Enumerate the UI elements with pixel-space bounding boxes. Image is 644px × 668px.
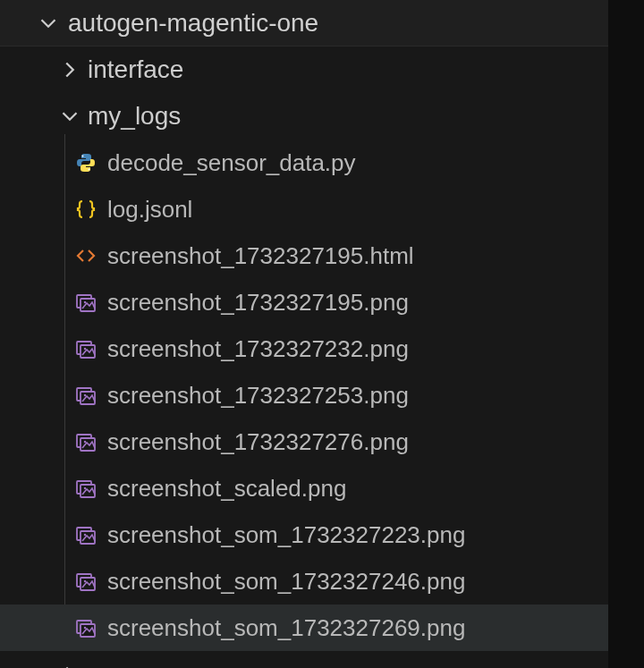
folder-interface[interactable]: interface — [0, 47, 608, 93]
file-item[interactable]: screenshot_1732327276.png — [0, 419, 608, 465]
image-file-icon — [73, 290, 98, 315]
file-label: screenshot_scaled.png — [107, 475, 346, 503]
image-file-icon — [73, 336, 98, 361]
root-label: autogen-magentic-one — [68, 9, 318, 38]
folder-mylogs[interactable]: my_logs — [0, 93, 608, 140]
svg-point-13 — [84, 441, 86, 443]
chevron-down-icon — [38, 13, 59, 34]
file-item[interactable]: screenshot_1732327195.html — [0, 233, 608, 279]
file-label: decode_sensor_data.py — [107, 149, 356, 177]
file-label: screenshot_som_1732327223.png — [107, 521, 465, 549]
file-item[interactable]: screenshot_som_1732327269.png — [0, 605, 608, 651]
file-label: screenshot_1732327195.html — [107, 242, 414, 270]
file-label: screenshot_1732327195.png — [107, 289, 409, 317]
svg-point-7 — [84, 348, 86, 350]
chevron-right-icon — [59, 59, 80, 80]
folder-label: interface — [88, 55, 183, 84]
python-file-icon — [73, 150, 98, 175]
image-file-icon — [73, 522, 98, 547]
file-item[interactable]: screenshot_som_1732327246.png — [0, 558, 608, 605]
root-folder[interactable]: autogen-magentic-one — [0, 0, 608, 47]
svg-point-0 — [82, 156, 84, 157]
file-label: screenshot_som_1732327246.png — [107, 568, 465, 596]
chevron-right-icon — [59, 664, 80, 668]
folder-src[interactable]: src — [0, 651, 608, 668]
svg-point-19 — [84, 534, 86, 536]
svg-point-1 — [89, 169, 90, 171]
chevron-down-icon — [59, 106, 80, 127]
image-file-icon — [73, 476, 98, 501]
file-label: log.jsonl — [107, 196, 192, 224]
svg-point-4 — [84, 301, 86, 303]
svg-point-25 — [84, 627, 86, 629]
file-item[interactable]: screenshot_1732327232.png — [0, 326, 608, 372]
svg-point-10 — [84, 394, 86, 396]
image-file-icon — [73, 429, 98, 454]
file-tree: autogen-magentic-one interface my_logs d… — [0, 0, 608, 668]
file-label: screenshot_som_1732327269.png — [107, 614, 465, 642]
scrollbar[interactable] — [608, 0, 644, 668]
image-file-icon — [73, 383, 98, 408]
file-label: screenshot_1732327232.png — [107, 335, 409, 363]
file-item[interactable]: decode_sensor_data.py — [0, 140, 608, 186]
file-label: screenshot_1732327276.png — [107, 428, 409, 456]
svg-point-22 — [84, 580, 86, 582]
file-item[interactable]: screenshot_som_1732327223.png — [0, 512, 608, 558]
svg-point-16 — [84, 487, 86, 489]
image-file-icon — [73, 569, 98, 594]
file-item[interactable]: log.jsonl — [0, 186, 608, 233]
file-label: screenshot_1732327253.png — [107, 382, 409, 410]
image-file-icon — [73, 615, 98, 640]
file-item[interactable]: screenshot_1732327195.png — [0, 279, 608, 326]
folder-label: my_logs — [88, 102, 181, 131]
json-file-icon — [73, 197, 98, 222]
folder-label: src — [88, 660, 121, 668]
html-file-icon — [73, 243, 98, 268]
file-item[interactable]: screenshot_scaled.png — [0, 465, 608, 512]
file-item[interactable]: screenshot_1732327253.png — [0, 372, 608, 419]
